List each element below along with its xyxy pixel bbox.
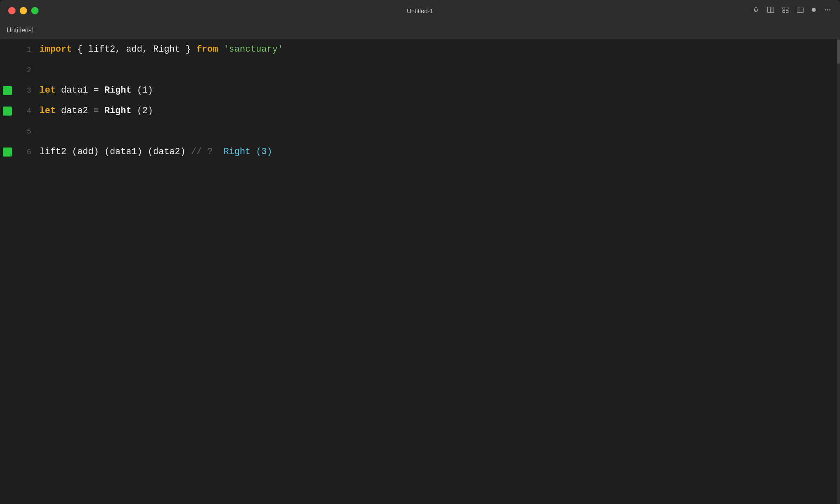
keyword-import: import — [39, 39, 72, 60]
ident-data2: data2 = — [56, 101, 105, 121]
scrollbar-thumb[interactable] — [837, 39, 840, 64]
window-title: Untitled-1 — [407, 7, 433, 14]
constructor-right-4: Right — [104, 101, 131, 121]
punct-2: } — [180, 39, 196, 60]
result-3: 3 — [261, 142, 267, 162]
code-content-6[interactable]: lift2 (add) (data1) (data2) // ? Right (… — [39, 142, 272, 162]
status-dot — [811, 7, 816, 14]
svg-rect-0 — [768, 7, 771, 13]
code-line-4: 4 let data2 = Right ( 2 ) — [0, 101, 840, 121]
breakpoint-6[interactable] — [3, 148, 12, 157]
editor-header: Untitled-1 — [0, 21, 840, 39]
line-number-6: 6 — [15, 148, 39, 156]
toolbar — [752, 6, 832, 16]
more-options-icon[interactable] — [824, 6, 832, 16]
keyword-let-4: let — [39, 101, 56, 121]
close-button[interactable] — [8, 7, 16, 14]
punct-lparen-4: ( — [131, 101, 142, 121]
code-line-6: 6 lift2 (add) (data1) (data2) // ? Right… — [0, 142, 840, 162]
svg-rect-3 — [786, 7, 788, 9]
svg-rect-1 — [771, 7, 774, 13]
minimize-button[interactable] — [20, 7, 27, 14]
punct-rparen-3: ) — [148, 80, 153, 101]
code-content-4[interactable]: let data2 = Right ( 2 ) — [39, 101, 153, 121]
line-number-5: 5 — [15, 127, 39, 136]
line-number-4: 4 — [15, 107, 39, 115]
breakpoint-4[interactable] — [3, 107, 12, 116]
number-1: 1 — [142, 80, 148, 101]
scrollbar-track[interactable] — [837, 39, 840, 504]
code-line-3: 3 let data1 = Right ( 1 ) — [0, 80, 840, 101]
punct-rparen-4: ) — [148, 101, 153, 121]
comment-slash: // ? — [191, 142, 218, 162]
constructor-right-3: Right — [104, 80, 131, 101]
result-paren-close: ) — [267, 142, 272, 162]
punct-1: { — [72, 39, 88, 60]
flame-icon[interactable] — [752, 6, 760, 16]
svg-rect-6 — [797, 7, 803, 13]
line-number-1: 1 — [15, 45, 39, 54]
svg-point-10 — [827, 9, 829, 10]
svg-rect-2 — [783, 7, 785, 9]
titlebar: Untitled-1 — [0, 0, 840, 21]
maximize-button[interactable] — [31, 7, 39, 14]
code-line-2: 2 — [0, 60, 840, 80]
code-content-3[interactable]: let data1 = Right ( 1 ) — [39, 80, 153, 101]
svg-rect-4 — [783, 10, 785, 12]
line-number-2: 2 — [15, 66, 39, 74]
file-tab[interactable]: Untitled-1 — [7, 27, 34, 34]
result-paren-open: ( — [251, 142, 261, 162]
code-line-1: 1 import { lift2, add, Right } from 'san… — [0, 39, 840, 60]
string-sanctuary: 'sanctuary' — [224, 39, 283, 60]
svg-point-8 — [812, 8, 816, 12]
keyword-from: from — [196, 39, 218, 60]
gutter-dot-6 — [0, 148, 15, 157]
gutter-dot-4 — [0, 107, 15, 116]
line-number-3: 3 — [15, 86, 39, 95]
traffic-lights — [8, 7, 39, 14]
ident-lift2: lift2, add, Right — [88, 39, 180, 60]
svg-rect-5 — [786, 10, 788, 12]
gutter-dot-3 — [0, 86, 15, 95]
code-content-1[interactable]: import { lift2, add, Right } from 'sanct… — [39, 39, 283, 60]
punct-lparen-3: ( — [131, 80, 142, 101]
sidebar-icon[interactable] — [797, 6, 804, 16]
number-2: 2 — [142, 101, 148, 121]
punct-3 — [218, 39, 224, 60]
editor-body: 1 import { lift2, add, Right } from 'san… — [0, 39, 840, 504]
split-icon[interactable] — [767, 6, 774, 16]
code-line-5: 5 — [0, 121, 840, 142]
window: Untitled-1 — [0, 0, 840, 504]
result-right: Right — [218, 142, 251, 162]
ident-data1: data1 = — [56, 80, 105, 101]
breakpoint-3[interactable] — [3, 86, 12, 95]
ident-lift2-call: lift2 (add) (data1) (data2) — [39, 142, 191, 162]
svg-point-9 — [825, 9, 826, 10]
grid-icon[interactable] — [782, 6, 789, 16]
svg-point-11 — [829, 9, 831, 10]
keyword-let-3: let — [39, 80, 56, 101]
